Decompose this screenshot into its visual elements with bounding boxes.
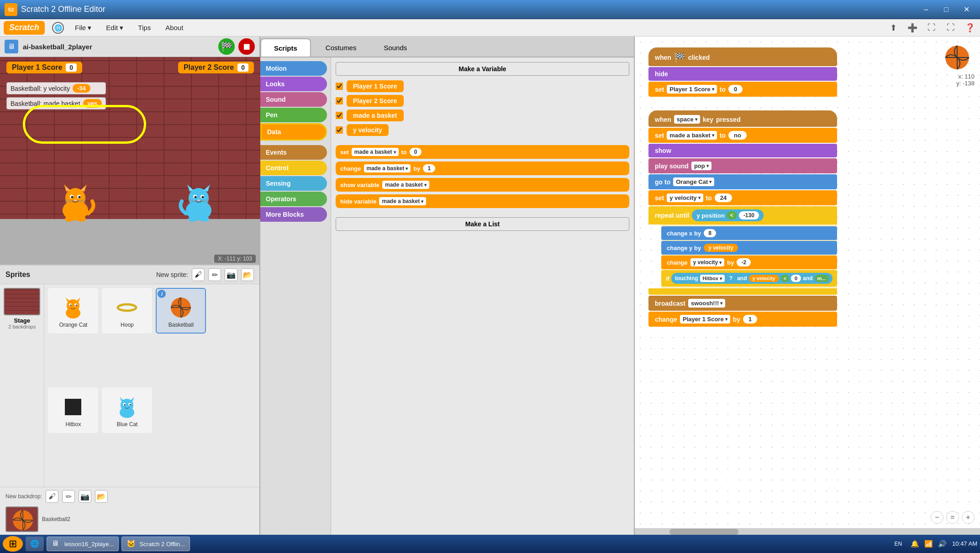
var-block-madebasket[interactable]: made a basket <box>347 110 404 121</box>
start-button[interactable]: ⊞ <box>3 536 23 552</box>
yvel-lt-value[interactable]: 0 <box>791 275 801 282</box>
menu-edit[interactable]: Edit ▾ <box>102 22 127 34</box>
tab-scripts[interactable]: Scripts <box>260 38 311 57</box>
cat-pen[interactable]: Pen <box>260 108 327 122</box>
folder-backdrop-icon[interactable]: 📂 <box>95 490 108 503</box>
cat-looks[interactable]: Looks <box>260 77 327 91</box>
set-yvel-dropdown[interactable]: y velocity ▾ <box>667 193 703 202</box>
taskbar-chrome-icon[interactable]: 🌐 <box>26 537 44 551</box>
zoom-reset-button[interactable]: = <box>946 511 959 524</box>
var-checkbox-yvelocity[interactable] <box>336 126 343 134</box>
change-yvel-value[interactable]: -2 <box>737 258 751 266</box>
var-checkbox-madebasket[interactable] <box>336 112 343 119</box>
show-block[interactable]: show <box>648 144 837 157</box>
cat-data[interactable]: Data <box>260 123 327 141</box>
set-basket-dropdown[interactable]: made a basket ▾ <box>667 131 717 140</box>
set-score-dropdown[interactable]: Player 1 Score ▾ <box>667 85 717 94</box>
hide-variable-block[interactable]: hide variable made a basket ▾ <box>336 194 629 208</box>
maximize-button[interactable]: □ <box>937 2 955 17</box>
goto-block[interactable]: go to Orange Cat ▾ <box>648 174 837 189</box>
hide-var-dropdown[interactable]: made a basket ▾ <box>379 197 426 205</box>
change-y-block[interactable]: change y by y velocity <box>661 241 837 255</box>
menu-file[interactable]: File ▾ <box>71 22 95 34</box>
sprite-item-orange-cat[interactable]: Orange Cat <box>48 288 98 334</box>
fullscreen-icon[interactable]: ⛶ <box>925 21 938 34</box>
show-variable-block[interactable]: show variable made a basket ▾ <box>336 178 629 192</box>
green-flag-button[interactable]: 🏁 <box>218 38 235 55</box>
cat-operators[interactable]: Operators <box>260 192 327 206</box>
if-touching-block[interactable]: if touching Hitbox ▾ ? and y velocity <box>661 270 837 287</box>
var-block-yvelocity[interactable]: y velocity <box>347 124 389 136</box>
sprite-item-hoop[interactable]: Hoop <box>102 288 152 334</box>
zoom-in-button[interactable]: + <box>962 511 975 524</box>
scrollbar-thumb[interactable] <box>669 529 738 535</box>
make-variable-button[interactable]: Make a Variable <box>336 62 629 76</box>
tray-icon-3[interactable]: 🔊 <box>936 537 948 550</box>
var-block-player1score[interactable]: Player 1 Score <box>347 80 404 92</box>
paint-sprite-icon[interactable]: 🖌 <box>192 268 205 281</box>
change-x-value[interactable]: 8 <box>704 229 716 237</box>
taskbar-scratch2-item[interactable]: 🐱 Scratch 2 Offlin... <box>121 537 190 551</box>
when-clicked-hat[interactable]: when 🏁 clicked <box>648 47 837 66</box>
hide-block[interactable]: hide <box>648 67 837 81</box>
sprite-item-blue-cat[interactable]: Blue Cat <box>102 387 152 433</box>
touching-dropdown[interactable]: Hitbox ▾ <box>700 275 725 282</box>
change-var-dropdown[interactable]: made a basket ▾ <box>364 164 411 172</box>
cat-more-blocks[interactable]: More Blocks <box>260 207 327 222</box>
cat-sensing[interactable]: Sensing <box>260 176 327 191</box>
change-score-block[interactable]: change Player 1 Score ▾ by 1 <box>648 312 837 327</box>
change-by-value[interactable]: 1 <box>423 164 435 172</box>
change-yvel-dropdown[interactable]: y velocity ▾ <box>690 258 725 266</box>
cat-events[interactable]: Events <box>260 145 327 160</box>
var-checkbox-player1score[interactable] <box>336 83 343 90</box>
pencil-sprite-icon[interactable]: ✏ <box>208 268 221 281</box>
set-block[interactable]: set made a basket ▾ to 0 <box>336 145 629 159</box>
tray-icon-1[interactable]: 🔔 <box>908 537 921 550</box>
tray-icon-2[interactable]: 📶 <box>922 537 935 550</box>
language-icon[interactable]: 🌐 <box>52 22 64 34</box>
cat-motion[interactable]: Motion <box>260 61 327 76</box>
presentation-icon[interactable]: ⛶ <box>944 21 957 34</box>
set-basket-block[interactable]: set made a basket ▾ to no <box>648 128 837 143</box>
camera-sprite-icon[interactable]: 📷 <box>225 268 237 281</box>
change-y-var[interactable]: y velocity <box>704 244 738 252</box>
cat-control[interactable]: Control <box>260 161 327 175</box>
zoom-out-button[interactable]: − <box>931 511 943 524</box>
close-button[interactable]: ✕ <box>957 2 975 17</box>
broadcast-dropdown[interactable]: swoosh!!! ▾ <box>688 299 725 308</box>
key-dropdown[interactable]: space ▾ <box>674 115 700 124</box>
set-yvel-value[interactable]: 24 <box>715 193 732 202</box>
change-score-value[interactable]: 1 <box>743 315 757 323</box>
menu-tips[interactable]: Tips <box>134 22 154 33</box>
taskbar-scratch-item[interactable]: 🖥 lesson16_2playe... <box>47 537 119 551</box>
add-icon[interactable]: ➕ <box>906 21 919 34</box>
share-icon[interactable]: ⬆ <box>887 21 900 34</box>
change-x-block[interactable]: change x by 8 <box>661 226 837 240</box>
help-icon[interactable]: ❓ <box>964 21 976 34</box>
change-block[interactable]: change made a basket ▾ by 1 <box>336 162 629 175</box>
play-sound-dropdown[interactable]: pop ▾ <box>691 162 711 170</box>
tab-sounds[interactable]: Sounds <box>371 38 420 57</box>
change-yvel-block[interactable]: change y velocity ▾ by -2 <box>661 256 837 269</box>
folder-sprite-icon[interactable]: 📂 <box>241 268 254 281</box>
play-sound-block[interactable]: play sound pop ▾ <box>648 158 837 173</box>
code-horizontal-scrollbar[interactable] <box>635 528 980 535</box>
menu-about[interactable]: About <box>162 22 187 33</box>
sprite-item-basketball[interactable]: i Basketball <box>156 288 206 334</box>
set-score-value[interactable]: 0 <box>728 85 743 94</box>
var-checkbox-player2score[interactable] <box>336 97 343 104</box>
basketball2-backdrop-thumb[interactable] <box>5 506 38 532</box>
minimize-button[interactable]: – <box>917 2 935 17</box>
broadcast-block[interactable]: broadcast swoosh!!! ▾ <box>648 296 837 311</box>
set-yvel-block[interactable]: set y velocity ▾ to 24 <box>648 190 837 205</box>
paint-backdrop-icon[interactable]: 🖌 <box>46 490 58 503</box>
set-to-value[interactable]: 0 <box>410 148 422 156</box>
repeat-val[interactable]: -130 <box>739 211 759 219</box>
stop-button[interactable]: ⏹ <box>238 38 255 55</box>
cat-sound[interactable]: Sound <box>260 92 327 107</box>
camera-backdrop-icon[interactable]: 📷 <box>79 490 91 503</box>
tab-costumes[interactable]: Costumes <box>313 38 369 57</box>
when-key-hat[interactable]: when space ▾ key pressed <box>648 110 837 127</box>
set-basket-value[interactable]: no <box>728 131 747 140</box>
make-list-button[interactable]: Make a List <box>336 217 629 231</box>
